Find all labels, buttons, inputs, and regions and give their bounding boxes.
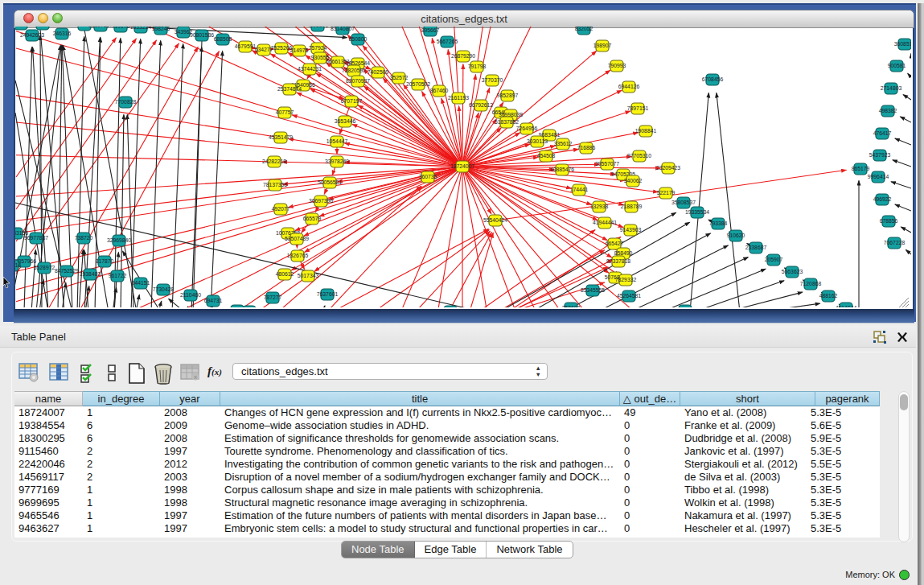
- svg-text:24942603: 24942603: [20, 32, 44, 38]
- svg-text:x: x: [194, 373, 197, 381]
- svg-text:791798: 791798: [468, 64, 487, 69]
- svg-text:2525206: 2525206: [271, 45, 293, 51]
- svg-text:23209423: 23209423: [656, 165, 680, 171]
- svg-text:6707197: 6707197: [341, 98, 363, 104]
- svg-text:895667: 895667: [421, 27, 440, 33]
- svg-text:82070937: 82070937: [346, 78, 370, 84]
- svg-text:4698379: 4698379: [307, 27, 329, 28]
- svg-text:584714: 584714: [15, 262, 22, 268]
- svg-text:85345555: 85345555: [581, 287, 605, 293]
- svg-text:719176: 719176: [112, 27, 130, 29]
- svg-text:214975: 214975: [290, 47, 309, 53]
- svg-text:6708456: 6708456: [702, 76, 724, 82]
- svg-text:944151: 944151: [132, 280, 150, 286]
- svg-text:832052: 832052: [575, 27, 593, 31]
- svg-text:72820592: 72820592: [342, 68, 366, 73]
- svg-text:496922: 496922: [873, 196, 892, 202]
- svg-text:360735: 360735: [419, 174, 437, 179]
- svg-text:498382: 498382: [879, 108, 897, 113]
- svg-text:9996414: 9996414: [868, 174, 889, 179]
- svg-text:340062: 340062: [624, 178, 643, 183]
- svg-text:407757: 407757: [276, 109, 294, 115]
- svg-text:1908841: 1908841: [635, 128, 657, 134]
- svg-text:335612: 335612: [554, 141, 573, 146]
- svg-text:867460: 867460: [430, 88, 449, 93]
- svg-text:83140807: 83140807: [331, 27, 355, 31]
- svg-text:205907: 205907: [765, 257, 783, 262]
- svg-text:678856: 678856: [880, 218, 898, 224]
- svg-text:480612: 480612: [276, 271, 294, 277]
- svg-text:97705310: 97705310: [627, 153, 651, 159]
- svg-text:45264581: 45264581: [617, 293, 641, 299]
- svg-text:45351479: 45351479: [269, 134, 293, 140]
- svg-text:817870: 817870: [96, 258, 114, 264]
- svg-text:910620: 910620: [727, 233, 745, 238]
- svg-text:7264956: 7264956: [516, 126, 538, 131]
- svg-text:5528972: 5528972: [34, 265, 55, 270]
- svg-text:7402509: 7402509: [368, 69, 389, 75]
- svg-text:5437923: 5437923: [869, 152, 891, 158]
- svg-text:41944441: 41944441: [593, 220, 617, 225]
- svg-text:787277: 787277: [264, 295, 282, 300]
- svg-text:7829332: 7829332: [615, 277, 637, 282]
- svg-text:2110460: 2110460: [180, 292, 201, 298]
- svg-text:738720: 738720: [75, 235, 93, 241]
- svg-text:9143903: 9143903: [620, 227, 642, 233]
- svg-text:3770370: 3770370: [482, 77, 503, 83]
- svg-text:757924: 757924: [309, 45, 327, 51]
- svg-text:3608513: 3608513: [894, 41, 911, 47]
- svg-text:1054447: 1054447: [326, 138, 348, 144]
- svg-text:40885476: 40885476: [550, 167, 574, 172]
- svg-text:2188789: 2188789: [621, 204, 643, 209]
- svg-text:4679591: 4679591: [235, 43, 257, 49]
- svg-text:87337818: 87337818: [606, 258, 630, 264]
- svg-text:9852897: 9852897: [497, 93, 519, 98]
- svg-text:492077: 492077: [272, 206, 290, 212]
- svg-text:25374874: 25374874: [277, 86, 302, 92]
- svg-text:18724007: 18724007: [450, 163, 474, 169]
- svg-text:694731: 694731: [204, 298, 223, 303]
- svg-text:7120868: 7120868: [800, 281, 822, 286]
- svg-text:19335534: 19335534: [685, 209, 709, 215]
- svg-text:198907: 198907: [593, 43, 612, 48]
- svg-text:4514944: 4514944: [836, 305, 857, 307]
- svg-text:488162: 488162: [819, 293, 838, 299]
- svg-text:2338687: 2338687: [745, 245, 767, 250]
- svg-text:132938: 132938: [590, 204, 609, 209]
- svg-text:454508: 454508: [537, 153, 556, 159]
- svg-text:790993: 790993: [608, 63, 626, 68]
- svg-text:32969840: 32969840: [107, 237, 131, 243]
- svg-text:7730428: 7730428: [153, 286, 175, 292]
- svg-text:55540424: 55540424: [483, 217, 507, 223]
- svg-text:36697396: 36697396: [309, 198, 333, 204]
- svg-text:26879290: 26879290: [451, 53, 475, 59]
- svg-text:96977837: 96977837: [24, 235, 48, 241]
- svg-text:688508: 688508: [214, 36, 232, 42]
- svg-text:198246: 198246: [152, 27, 170, 31]
- svg-text:865179: 865179: [852, 166, 870, 171]
- svg-text:2161193: 2161193: [448, 95, 469, 101]
- svg-text:35808537: 35808537: [671, 200, 696, 205]
- svg-text:793384: 793384: [709, 220, 728, 226]
- svg-text:246316: 246316: [53, 31, 72, 36]
- svg-text:5667265: 5667265: [437, 39, 458, 44]
- svg-text:2714803: 2714803: [881, 85, 902, 91]
- svg-text:961722: 961722: [109, 273, 127, 278]
- svg-text:716886: 716886: [577, 145, 596, 150]
- svg-text:1533224: 1533224: [130, 27, 152, 30]
- svg-text:522179: 522179: [657, 190, 676, 196]
- svg-text:858490: 858490: [614, 250, 633, 256]
- svg-text:51837852: 51837852: [495, 119, 519, 125]
- svg-text:50056581: 50056581: [318, 179, 342, 185]
- svg-text:3653446: 3653446: [335, 118, 356, 124]
- svg-text:78137358: 78137358: [263, 182, 287, 187]
- svg-text:1938483: 1938483: [80, 271, 101, 277]
- svg-text:900581: 900581: [888, 63, 906, 68]
- svg-text:174441: 174441: [570, 187, 589, 192]
- svg-text:39557077: 39557077: [595, 161, 619, 167]
- svg-text:665427: 665427: [606, 241, 624, 246]
- svg-text:6944126: 6944126: [618, 84, 640, 89]
- svg-text:5663623: 5663623: [782, 269, 803, 274]
- svg-text:7067228: 7067228: [884, 240, 906, 245]
- svg-text:5017343: 5017343: [298, 273, 319, 278]
